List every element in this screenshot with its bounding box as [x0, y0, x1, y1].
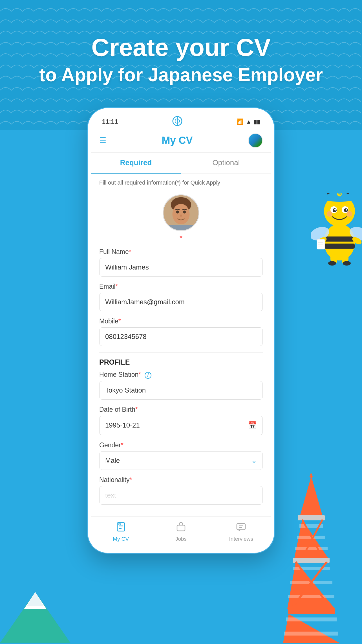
email-input[interactable]: WilliamJames@gmail.com — [99, 293, 263, 311]
menu-button[interactable]: ☰ — [99, 136, 106, 145]
home-station-field: Home Station* i Tokyo Station — [99, 371, 263, 400]
svg-point-47 — [119, 523, 120, 525]
nav-label-jobs: Jobs — [175, 536, 187, 542]
chevron-down-icon: ⌄ — [251, 457, 257, 465]
svg-rect-50 — [237, 523, 245, 530]
tab-optional[interactable]: Optional — [181, 153, 271, 174]
full-name-label: Full Name* — [99, 248, 263, 256]
jobs-nav-icon — [176, 522, 186, 534]
svg-rect-42 — [167, 225, 194, 230]
svg-point-41 — [183, 211, 186, 213]
status-bar: 11:11 📶 ▲ ▮▮ — [91, 111, 271, 130]
svg-rect-72 — [293, 558, 330, 563]
svg-rect-19 — [324, 236, 355, 242]
home-station-info-icon[interactable]: i — [145, 372, 151, 379]
mobile-input[interactable]: 08012345678 — [99, 327, 263, 346]
battery-icon: ▮▮ — [254, 118, 260, 125]
svg-rect-61 — [288, 608, 335, 614]
nav-item-jobs[interactable]: Jobs — [151, 522, 211, 542]
email-label: Email* — [99, 283, 263, 290]
nav-item-cv[interactable]: My CV — [91, 522, 151, 542]
svg-text:W: W — [338, 193, 341, 196]
hero-subtitle: to Apply for Japanese Employer — [0, 64, 362, 86]
svg-point-12 — [327, 211, 332, 217]
svg-rect-68 — [288, 595, 334, 598]
svg-rect-69 — [286, 617, 337, 621]
svg-rect-20 — [324, 244, 355, 249]
time-display: 11:11 — [102, 118, 118, 125]
signal-icon: ▲ — [246, 119, 251, 125]
gender-select[interactable]: Male ⌄ — [99, 451, 263, 470]
dob-label: Date of Birth* — [99, 406, 263, 413]
home-station-input[interactable]: Tokyo Station — [99, 381, 263, 400]
app-title: My CV — [162, 135, 193, 146]
svg-marker-55 — [27, 592, 44, 606]
dob-field: Date of Birth* 1995-10-21 📅 — [99, 406, 263, 435]
app-header: ☰ My CV — [91, 130, 271, 153]
tab-bar: Required Optional — [91, 153, 271, 174]
nav-label-interviews: Interviews — [229, 536, 253, 542]
form-hint: Fill out all required information(*) for… — [99, 179, 263, 186]
gender-field: Gender* Male ⌄ — [99, 441, 263, 470]
phone-mockup: W 11:11 — [0, 108, 362, 553]
nationality-field: Nationality* text — [99, 476, 263, 505]
cv-nav-icon — [116, 522, 126, 534]
mobile-field: Mobile* 08012345678 — [99, 317, 263, 346]
hero-section: Create your CV to Apply for Japanese Emp… — [0, 0, 362, 86]
bee-mascot: W — [311, 193, 362, 273]
home-station-label: Home Station* i — [99, 371, 263, 379]
photo-section[interactable]: * — [99, 194, 263, 242]
svg-point-18 — [324, 224, 355, 260]
language-button[interactable] — [248, 133, 263, 148]
svg-rect-70 — [284, 632, 338, 636]
gender-label: Gender* — [99, 441, 263, 449]
status-icons: 📶 ▲ ▮▮ — [237, 118, 260, 125]
full-name-input[interactable]: William James — [99, 258, 263, 277]
nationality-input[interactable]: text — [99, 486, 263, 505]
interviews-nav-icon — [236, 522, 246, 534]
nav-item-interviews[interactable]: Interviews — [211, 522, 271, 542]
nav-label-cv: My CV — [113, 536, 129, 542]
svg-point-10 — [334, 209, 336, 211]
profile-section-title: PROFILE — [99, 358, 263, 366]
svg-point-13 — [346, 211, 352, 217]
svg-point-40 — [176, 211, 179, 213]
hero-title: Create your CV — [0, 34, 362, 61]
app-logo-icon — [172, 116, 182, 128]
profile-photo[interactable] — [163, 194, 199, 231]
calendar-icon[interactable]: 📅 — [248, 421, 257, 430]
section-divider — [99, 352, 263, 352]
mobile-label: Mobile* — [99, 317, 263, 325]
svg-point-32 — [343, 261, 351, 266]
svg-rect-66 — [293, 567, 330, 570]
svg-point-11 — [346, 209, 347, 211]
wifi-icon: 📶 — [237, 118, 244, 125]
dob-input[interactable]: 1995-10-21 📅 — [99, 416, 263, 435]
tab-required[interactable]: Required — [91, 153, 181, 174]
email-field: Email* WilliamJames@gmail.com — [99, 283, 263, 311]
phone-frame: 11:11 📶 ▲ ▮▮ ☰ My CV Require — [88, 108, 274, 553]
mt-fuji-decoration — [0, 586, 70, 644]
svg-point-31 — [328, 261, 336, 266]
form-content: Fill out all required information(*) for… — [91, 174, 271, 516]
full-name-field: Full Name* William James — [99, 248, 263, 277]
bottom-nav: My CV Jobs — [91, 516, 271, 550]
photo-required-star: * — [180, 233, 183, 242]
nationality-label: Nationality* — [99, 476, 263, 484]
